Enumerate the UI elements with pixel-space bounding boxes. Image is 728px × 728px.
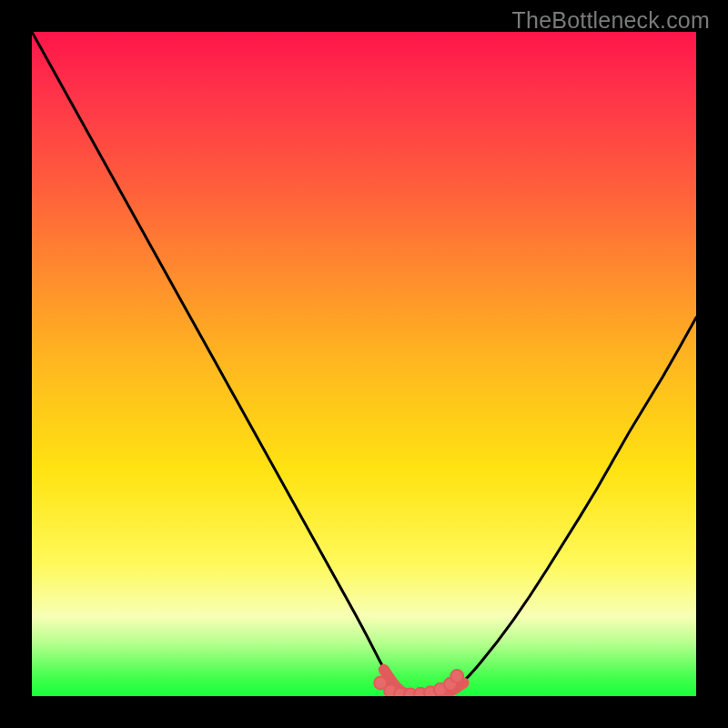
bottleneck-curve — [32, 32, 696, 696]
plot-area — [32, 32, 696, 696]
marker-dot — [450, 670, 463, 682]
bottleneck-curve-svg — [32, 32, 696, 696]
watermark-text: TheBottleneck.com — [512, 7, 710, 34]
chart-frame: TheBottleneck.com — [0, 0, 728, 728]
